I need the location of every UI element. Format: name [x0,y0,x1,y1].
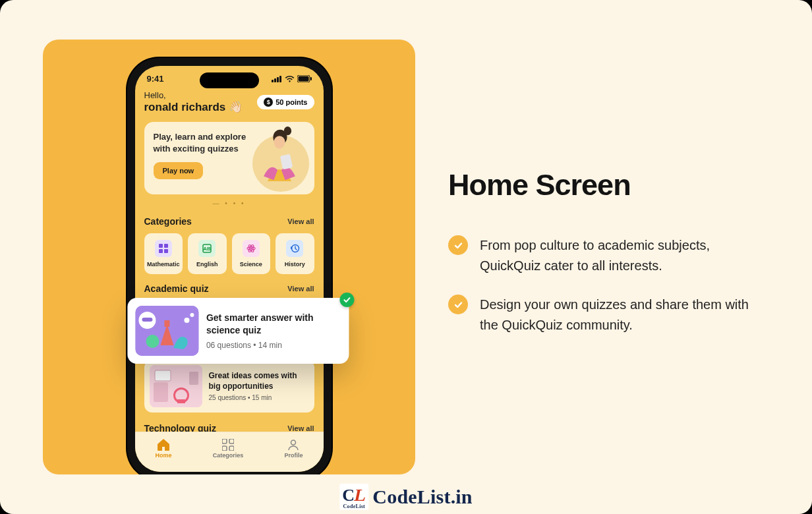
screen-content: Hello, ronald richards 👋🏻 $ 50 points [135,86,324,434]
svg-rect-2 [277,77,279,82]
featured-quiz-meta: 06 questions • 14 min [206,341,341,350]
phone-notch [200,72,259,88]
hero-illustration [252,131,305,185]
home-icon [157,439,170,451]
category-history[interactable]: History [276,233,314,274]
view-all-academic[interactable]: View all [287,285,314,293]
hero-title: Play, learn and explore with exciting qu… [154,131,247,154]
svg-point-20 [250,248,252,250]
category-mathematic[interactable]: Mathematic [144,233,183,274]
play-now-button[interactable]: Play now [154,162,204,179]
page-title: Home Screen [448,168,765,202]
bottom-nav: Home Categories Profile [135,432,324,472]
status-time: 9:41 [147,74,164,84]
svg-rect-30 [229,439,234,443]
svg-rect-0 [272,80,274,82]
coin-icon: $ [264,98,273,107]
watermark: CL CodeList CodeList.in [339,484,473,510]
signal-icon [272,76,282,82]
phone-frame: 9:41 [127,58,332,474]
bullet-item: From pop culture to academic subjects, Q… [448,235,765,276]
check-icon [448,235,468,255]
svg-rect-1 [274,78,276,82]
watermark-logo: CL CodeList [339,484,368,510]
quiz-meta: 25 questions • 15 min [209,394,309,401]
svg-point-9 [274,136,285,148]
nav-categories[interactable]: Categories [213,439,244,459]
quiz-title: Great ideas comes with big opportunities [209,371,309,391]
watermark-text: CodeList.in [372,486,472,508]
svg-rect-37 [164,320,169,327]
svg-rect-32 [229,446,234,451]
svg-rect-23 [154,382,168,402]
section-title-categories: Categories [144,216,192,227]
nav-label: Categories [213,452,244,459]
section-title-academic: Academic quiz [144,283,209,294]
svg-rect-3 [279,76,281,82]
featured-quiz-card[interactable]: Get smarter answer with science quiz 06 … [127,298,349,364]
svg-rect-36 [142,318,152,322]
svg-rect-6 [310,77,312,80]
category-label: History [285,261,305,268]
svg-point-33 [291,440,296,445]
category-label: Science [240,261,262,268]
phone-screen: 9:41 [135,66,324,472]
right-content: Home Screen From pop culture to academic… [448,168,765,335]
svg-rect-12 [164,244,168,248]
svg-point-40 [190,313,194,317]
science-icon [243,240,260,257]
svg-point-38 [146,335,159,348]
academic-header: Academic quiz View all [144,283,314,294]
svg-rect-13 [159,249,163,253]
categories-header: Categories View all [144,216,314,227]
svg-rect-14 [164,249,168,253]
check-icon [448,295,468,314]
greeting-row: Hello, ronald richards 👋🏻 $ 50 points [144,90,314,114]
svg-rect-10 [279,154,292,170]
points-label: 50 points [276,98,307,106]
wifi-icon [285,75,295,82]
svg-rect-31 [222,446,227,451]
quiz-thumb-ideas [150,365,202,407]
device-showcase-panel: 9:41 [43,40,415,474]
check-badge-icon [339,293,354,307]
nav-home[interactable]: Home [156,439,172,459]
carousel-dots[interactable]: — • • • [144,200,314,207]
svg-rect-26 [177,399,185,403]
view-all-categories[interactable]: View all [287,217,314,225]
category-english[interactable]: AB English [188,233,227,274]
featured-quiz-title: Get smarter answer with science quiz [206,312,341,337]
user-icon [287,439,299,451]
nav-profile[interactable]: Profile [284,439,303,459]
bullet-item: Design your own quizzes and share them w… [448,295,765,335]
hero-card[interactable]: Play, learn and explore with exciting qu… [144,122,314,194]
status-indicators [272,75,312,82]
username: ronald richards 👋🏻 [144,100,243,114]
svg-rect-28 [189,372,198,385]
nav-label: Profile [284,452,303,459]
wave-icon: 👋🏻 [229,101,243,113]
page-container: 9:41 [0,0,812,514]
greeting-label: Hello, [144,90,243,100]
math-icon [155,240,172,257]
categories-row: Mathematic AB English Scien [144,233,314,274]
svg-point-39 [184,318,189,323]
quiz-card-ideas[interactable]: Great ideas comes with big opportunities… [144,360,314,413]
english-icon: AB [198,240,216,257]
category-label: English [196,261,218,268]
points-chip[interactable]: $ 50 points [257,95,314,109]
category-label: Mathematic [147,261,180,268]
category-science[interactable]: Science [232,233,271,274]
featured-quiz-thumb [135,306,198,356]
svg-rect-5 [298,76,308,82]
bullet-text: Design your own quizzes and share them w… [480,295,765,335]
svg-rect-27 [155,370,171,381]
svg-rect-29 [222,439,227,443]
grid-icon [222,439,234,451]
history-icon [286,240,303,257]
bullet-text: From pop culture to academic subjects, Q… [480,235,765,276]
svg-text:AB: AB [203,246,211,252]
bullet-list: From pop culture to academic subjects, Q… [448,235,765,335]
svg-point-8 [283,127,291,135]
battery-icon [297,75,312,82]
